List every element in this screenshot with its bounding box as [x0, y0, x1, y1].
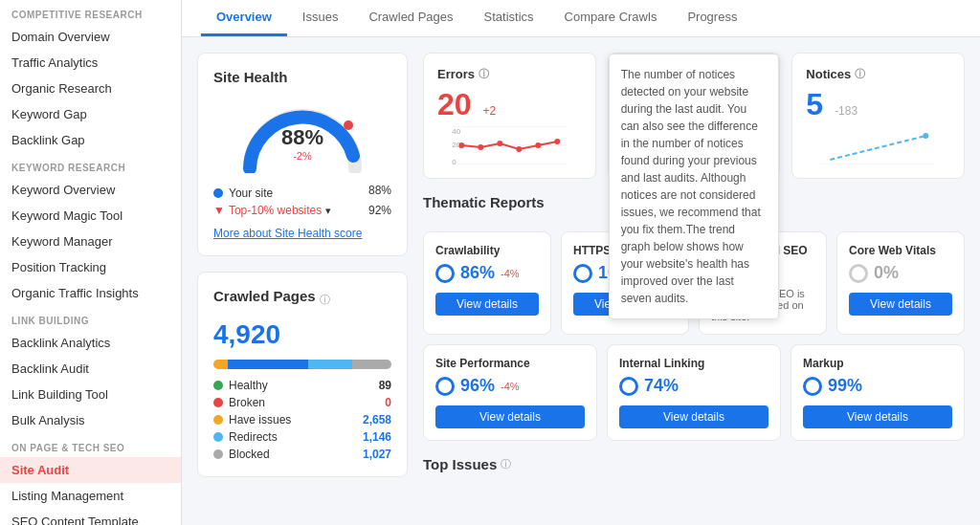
- internal-linking-view-btn[interactable]: View details: [619, 405, 768, 428]
- sidebar-item-position-tracking[interactable]: Position Tracking: [0, 254, 181, 280]
- https-circle: [573, 264, 592, 283]
- tab-issues[interactable]: Issues: [287, 0, 354, 36]
- svg-point-9: [497, 141, 502, 146]
- val-healthy: 89: [379, 379, 391, 392]
- notices-change: -183: [835, 104, 858, 118]
- top10-value: 92%: [368, 204, 391, 217]
- main-content: Overview Issues Crawled Pages Statistics…: [182, 0, 980, 525]
- legend-blocked: Blocked 1,027: [213, 448, 391, 461]
- thematic-crawlability: Crawlability 86% -4% View details: [423, 231, 551, 335]
- sidebar-item-link-building-tool[interactable]: Link Building Tool: [0, 382, 181, 407]
- sidebar-item-backlink-gap[interactable]: Backlink Gap: [0, 127, 181, 153]
- sidebar-item-keyword-manager[interactable]: Keyword Manager: [0, 229, 181, 254]
- more-health-link[interactable]: More about Site Health score: [213, 227, 391, 240]
- site-perf-view-btn[interactable]: View details: [435, 405, 585, 428]
- sidebar-item-bulk-analysis[interactable]: Bulk Analysis: [0, 407, 181, 433]
- core-web-score: 0%: [874, 263, 899, 283]
- thematic-title: Thematic Reports: [423, 194, 545, 210]
- core-web-title: Core Web Vitals: [849, 244, 952, 257]
- tab-compare-crawls[interactable]: Compare Crawls: [549, 0, 673, 36]
- seg-lightblue: [308, 360, 353, 369]
- top10-label: Top-10% websites: [229, 204, 322, 217]
- svg-point-12: [554, 139, 560, 144]
- val-issues: 2,658: [363, 413, 391, 427]
- thematic-core-web: Core Web Vitals 0% View details: [836, 231, 965, 335]
- gauge-label: 88% -2%: [281, 125, 323, 162]
- crawlability-circle: [435, 264, 455, 283]
- thematic-grid-row2: Site Performance 96% -4% View details In…: [423, 344, 965, 441]
- thematic-internal-linking: Internal Linking 74% View details: [607, 344, 781, 441]
- sidebar-item-listing-management[interactable]: Listing Management: [0, 483, 181, 509]
- sidebar-item-keyword-magic-tool[interactable]: Keyword Magic Tool: [0, 203, 181, 229]
- tab-statistics[interactable]: Statistics: [469, 0, 549, 36]
- internal-linking-score: 74%: [644, 376, 679, 396]
- legend-healthy: Healthy 89: [213, 379, 391, 392]
- seg-orange: [213, 360, 228, 369]
- sidebar-section-keyword: KEYWORD RESEARCH: [0, 153, 181, 177]
- sidebar-item-traffic-analytics[interactable]: Traffic Analytics: [0, 50, 181, 76]
- crawled-count: 4,920: [213, 319, 391, 350]
- errors-card: Errors ⓘ 20 +2 0 20: [423, 53, 596, 179]
- svg-point-8: [478, 144, 483, 150]
- tab-overview[interactable]: Overview: [201, 0, 287, 36]
- notices-label: Notices ⓘ: [806, 67, 950, 81]
- core-web-view-btn[interactable]: View details: [849, 293, 952, 316]
- content-area: Site Health 88% -2%: [182, 37, 980, 492]
- sidebar-item-seo-content-template[interactable]: SEO Content Template: [0, 509, 181, 525]
- dot-redirects: [213, 432, 223, 442]
- sidebar-item-keyword-overview[interactable]: Keyword Overview: [0, 177, 181, 203]
- markup-view-btn[interactable]: View details: [803, 405, 952, 428]
- sidebar-item-backlink-audit[interactable]: Backlink Audit: [0, 356, 181, 382]
- warnings-card: Warnings ⓘ The number of notices detecte…: [608, 53, 781, 179]
- sidebar-item-organic-research[interactable]: Organic Research: [0, 76, 181, 101]
- sidebar-item-domain-overview[interactable]: Domain Overview: [0, 24, 181, 50]
- sidebar-item-keyword-gap[interactable]: Keyword Gap: [0, 101, 181, 127]
- label-blocked: Blocked: [229, 448, 270, 461]
- notices-card: Notices ⓘ 5 -183: [791, 53, 965, 179]
- notices-chart: [806, 126, 950, 164]
- core-web-circle: [849, 264, 868, 283]
- ewn-row: Errors ⓘ 20 +2 0 20: [423, 53, 965, 179]
- svg-point-7: [458, 142, 464, 148]
- internal-linking-circle: [619, 377, 638, 396]
- label-broken: Broken: [229, 396, 265, 409]
- label-issues: Have issues: [229, 413, 291, 427]
- left-column: Site Health 88% -2%: [197, 53, 408, 477]
- sidebar-item-organic-traffic-insights[interactable]: Organic Traffic Insights: [0, 280, 181, 306]
- your-site-value: 88%: [368, 184, 391, 197]
- top-issues-section: Top Issues ⓘ: [423, 456, 965, 472]
- crawled-legend: Healthy 89 Broken 0 Have issues 2,658 Re…: [213, 379, 391, 461]
- errors-count: 20: [437, 87, 472, 122]
- seg-gray: [352, 360, 391, 369]
- progress-bar: [213, 360, 391, 369]
- crawlability-title: Crawlability: [435, 244, 539, 257]
- svg-point-0: [344, 120, 353, 130]
- top-issues-title: Top Issues: [423, 456, 497, 472]
- legend-broken: Broken 0: [213, 396, 391, 409]
- crawlability-change: -4%: [501, 268, 520, 279]
- gauge-percent: 88%: [281, 125, 323, 150]
- sidebar-item-backlink-analytics[interactable]: Backlink Analytics: [0, 330, 181, 356]
- svg-point-10: [516, 146, 522, 152]
- crawled-info-icon[interactable]: ⓘ: [320, 293, 330, 307]
- errors-info-icon[interactable]: ⓘ: [479, 67, 489, 81]
- internal-linking-title: Internal Linking: [619, 357, 768, 370]
- errors-chart: 0 20 40: [437, 126, 582, 164]
- crawlability-view-btn[interactable]: View details: [435, 293, 539, 316]
- sidebar-section-link: LINK BUILDING: [0, 306, 181, 330]
- gauge-container: 88% -2%: [213, 97, 391, 173]
- right-column: Errors ⓘ 20 +2 0 20: [423, 53, 965, 477]
- dot-broken: [213, 398, 223, 407]
- errors-change: +2: [483, 104, 497, 118]
- notices-info-icon[interactable]: ⓘ: [855, 67, 865, 81]
- tab-crawled-pages[interactable]: Crawled Pages: [353, 0, 468, 36]
- site-perf-circle: [435, 377, 455, 396]
- legend-issues: Have issues 2,658: [213, 413, 391, 427]
- sidebar-item-site-audit[interactable]: Site Audit: [0, 457, 181, 483]
- label-redirects: Redirects: [229, 430, 278, 444]
- markup-title: Markup: [803, 357, 952, 370]
- top-issues-info-icon[interactable]: ⓘ: [501, 457, 511, 471]
- tab-progress[interactable]: Progress: [672, 0, 752, 36]
- site-perf-change: -4%: [501, 381, 520, 392]
- crawlability-score: 86%: [460, 263, 495, 283]
